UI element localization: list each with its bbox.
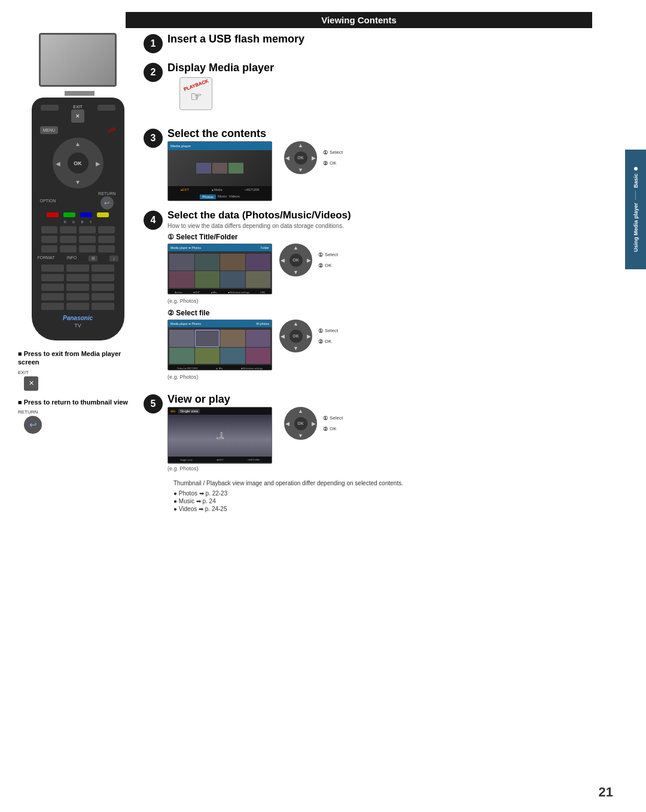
num-btn-2[interactable]	[60, 226, 77, 233]
step-3-content: Select the contents Media player	[167, 127, 628, 201]
num-btn-5[interactable]	[41, 236, 58, 243]
section-header: Viewing Contents	[126, 12, 592, 28]
right-column: 1 Insert a USB flash memory 2 Display Me…	[138, 33, 628, 513]
exit-btn-label: EXIT	[18, 370, 138, 375]
right-tab-label: Using Media player	[633, 203, 639, 252]
red-label: R	[63, 220, 66, 224]
step-4-subtitle: How to view the data differs depending o…	[167, 223, 628, 229]
bottom-btn-9[interactable]	[92, 284, 114, 291]
step-3: 3 Select the contents Media player	[144, 127, 628, 201]
sub-step-1-title: ① Select Title/Folder	[167, 233, 628, 241]
sub-step-1-screenshot: Media player ➡ Photos Folder	[167, 244, 272, 294]
nav-down-arrow[interactable]: ▼	[75, 179, 81, 185]
num-btn-12[interactable]	[98, 245, 115, 253]
sub-step-2-row: Media player ➡ Photos All photos	[167, 320, 628, 370]
bottom-btn-2[interactable]	[66, 264, 89, 272]
step-5-content: View or play ⊞⊟ Single view 🏞 Single	[167, 393, 628, 472]
step-2-content: Display Media player PLAYBACK ☞	[167, 62, 628, 119]
num-btn-8[interactable]	[98, 236, 115, 243]
red-button[interactable]	[47, 212, 59, 217]
step-2: 2 Display Media player PLAYBACK ☞	[144, 62, 628, 119]
bottom-btn-14[interactable]	[66, 303, 89, 310]
below-remote-section: ■ Press to exit from Media player screen…	[18, 349, 138, 441]
step-1-circle: 1	[144, 34, 163, 53]
page-number: 21	[599, 784, 613, 800]
num-btn-6[interactable]	[60, 236, 77, 243]
return-circle-icon: ↩	[24, 416, 42, 434]
bottom-btn-13[interactable]	[41, 303, 64, 310]
nav-up-arrow[interactable]: ▲	[75, 141, 81, 147]
number-buttons	[41, 226, 115, 253]
tv-screen-image	[39, 33, 117, 87]
num-btn-3[interactable]	[79, 226, 96, 233]
bottom-music-note: ● Music ➡ p. 24	[173, 498, 628, 504]
nav-diagram-circle: OK ▲ ▼ ◀ ▶	[284, 141, 317, 174]
bottom-btn-15[interactable]	[92, 303, 114, 310]
step-4-title: Select the data (Photos/Music/Videos)	[167, 209, 628, 221]
nav-right-arrow[interactable]: ▶	[96, 160, 100, 166]
left-column: EXIT ✕ MENU USB OK ▲ ▼ ◀ ▶	[18, 33, 138, 513]
format-info-row: FORMAT INFO ⊞ i	[38, 256, 118, 261]
option-return-row: OPTION RETURN ↩	[40, 191, 116, 209]
sub-step-1-nav: OK ▲ ▼ ◀ ▶ ①Select ②OK	[279, 244, 338, 276]
num-btn-1[interactable]	[41, 226, 58, 233]
nav-diagram-circle-2: OK ▲ ▼ ◀ ▶	[279, 244, 312, 276]
bottom-btn-11[interactable]	[66, 293, 89, 300]
nav-diagram-ok-2: OK	[290, 254, 303, 267]
brand-label: Panasonic	[38, 315, 118, 321]
menu-row: MENU USB	[40, 126, 116, 134]
step-4-circle: 4	[144, 211, 163, 230]
ok-button[interactable]: OK	[68, 153, 89, 174]
exit-button-area: EXIT ✕	[71, 105, 84, 123]
format-label: FORMAT	[38, 256, 55, 261]
step-5-detail: ⊞⊟ Single view 🏞 Single view ●EXIT ↩RETU…	[167, 407, 628, 464]
step-1: 1 Insert a USB flash memory	[144, 33, 628, 53]
ss-header: Media player	[168, 142, 272, 150]
bottom-btn-3[interactable]	[92, 264, 114, 272]
option-label[interactable]: OPTION	[40, 199, 56, 203]
bottom-btn-6[interactable]	[92, 274, 114, 281]
sub-step-2-nav: OK ▲ ▼ ◀ ▶ ①Select ②OK	[279, 320, 338, 352]
nav-left-arrow[interactable]: ◀	[56, 160, 60, 166]
green-label: G	[72, 220, 75, 224]
nav-circle: OK ▲ ▼ ◀ ▶	[53, 138, 103, 188]
step-1-content: Insert a USB flash memory	[167, 33, 628, 47]
bottom-btn-7[interactable]	[41, 284, 64, 291]
step-5-nav: OK ▲ ▼ ◀ ▶ ①Select ②OK	[284, 407, 343, 440]
sub-step-2-eg: (e.g. Photos)	[167, 374, 628, 380]
step-5-screenshot: ⊞⊟ Single view 🏞 Single view ●EXIT ↩RETU…	[167, 407, 272, 464]
remote-top-row: EXIT ✕	[38, 105, 118, 123]
bottom-btn-8[interactable]	[66, 284, 89, 291]
bottom-btn-12[interactable]	[92, 293, 114, 300]
blue-button[interactable]	[80, 212, 92, 217]
press-exit-title: ■ Press to exit from Media player screen	[18, 349, 138, 367]
bottom-btn-4[interactable]	[41, 274, 64, 281]
right-tab-dot	[634, 167, 638, 171]
color-buttons-row	[38, 212, 118, 217]
num-btn-11[interactable]	[79, 245, 96, 253]
nav-diagram-circle-3: OK ▲ ▼ ◀ ▶	[279, 320, 312, 352]
blue-label: B	[81, 220, 83, 224]
green-button[interactable]	[63, 212, 75, 217]
num-btn-10[interactable]	[60, 245, 77, 253]
info-btn[interactable]: i	[109, 256, 118, 261]
step-5-image: 🏞	[168, 415, 272, 457]
step-3-screenshot: Media player ●EXIT ▲Media	[167, 141, 272, 201]
step-3-circle: 3	[144, 129, 163, 148]
bottom-btn-5[interactable]	[66, 274, 89, 281]
step-5: 5 View or play ⊞⊟ Single view 🏞	[144, 393, 628, 472]
step-3-title: Select the contents	[167, 127, 628, 140]
main-layout: EXIT ✕ MENU USB OK ▲ ▼ ◀ ▶	[18, 33, 628, 513]
format-btn[interactable]: ⊞	[89, 256, 97, 261]
press-exit-section: ■ Press to exit from Media player screen…	[18, 349, 138, 391]
num-btn-7[interactable]	[79, 236, 96, 243]
num-btn-9[interactable]	[41, 245, 58, 253]
menu-button[interactable]: MENU	[40, 126, 59, 134]
exit-btn[interactable]: ✕	[71, 110, 84, 123]
num-btn-4[interactable]	[98, 226, 115, 233]
yellow-button[interactable]	[97, 212, 109, 217]
bottom-btn-10[interactable]	[41, 293, 64, 300]
return-button[interactable]: ↩	[100, 196, 114, 209]
bottom-btn-1[interactable]	[41, 264, 64, 272]
step-2-title: Display Media player	[167, 62, 628, 74]
